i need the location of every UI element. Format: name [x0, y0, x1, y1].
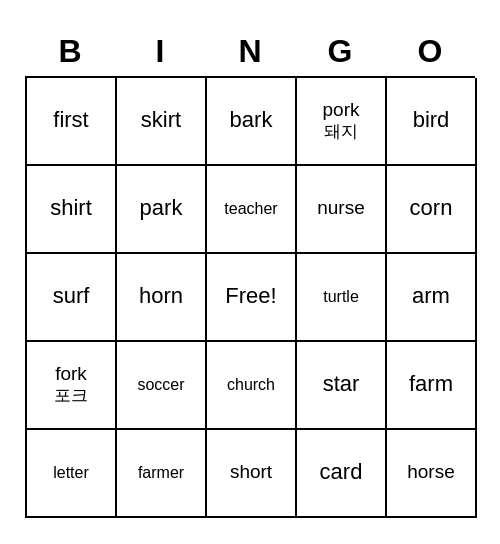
bingo-cell: Free!: [207, 254, 297, 342]
cell-main-text: horse: [407, 461, 455, 484]
bingo-cell: pork돼지: [297, 78, 387, 166]
cell-main-text: skirt: [141, 107, 181, 133]
header-letter: G: [295, 27, 385, 76]
bingo-cell: nurse: [297, 166, 387, 254]
bingo-header: BINGO: [25, 27, 475, 76]
bingo-cell: farmer: [117, 430, 207, 518]
bingo-cell: horse: [387, 430, 477, 518]
cell-main-text: bird: [413, 107, 450, 133]
cell-main-text: letter: [53, 463, 89, 482]
cell-main-text: short: [230, 461, 272, 484]
header-letter: B: [25, 27, 115, 76]
cell-main-text: surf: [53, 283, 90, 309]
bingo-cell: corn: [387, 166, 477, 254]
cell-main-text: horn: [139, 283, 183, 309]
bingo-card: BINGO firstskirtbarkpork돼지birdshirtparkt…: [15, 17, 485, 528]
bingo-cell: turtle: [297, 254, 387, 342]
cell-main-text: church: [227, 375, 275, 394]
bingo-cell: park: [117, 166, 207, 254]
cell-main-text: pork: [323, 99, 360, 122]
cell-main-text: farm: [409, 371, 453, 397]
cell-main-text: farmer: [138, 463, 184, 482]
bingo-cell: horn: [117, 254, 207, 342]
bingo-cell: fork포크: [27, 342, 117, 430]
cell-main-text: fork: [55, 363, 87, 386]
bingo-cell: bark: [207, 78, 297, 166]
cell-main-text: card: [320, 459, 363, 485]
bingo-cell: card: [297, 430, 387, 518]
bingo-cell: short: [207, 430, 297, 518]
bingo-cell: soccer: [117, 342, 207, 430]
cell-main-text: nurse: [317, 197, 365, 220]
header-letter: N: [205, 27, 295, 76]
cell-main-text: corn: [410, 195, 453, 221]
bingo-cell: star: [297, 342, 387, 430]
cell-main-text: park: [140, 195, 183, 221]
cell-main-text: teacher: [224, 199, 277, 218]
header-letter: O: [385, 27, 475, 76]
bingo-cell: arm: [387, 254, 477, 342]
bingo-cell: surf: [27, 254, 117, 342]
cell-main-text: first: [53, 107, 88, 133]
bingo-cell: teacher: [207, 166, 297, 254]
cell-sub-text: 돼지: [324, 122, 358, 142]
bingo-cell: first: [27, 78, 117, 166]
cell-main-text: soccer: [137, 375, 184, 394]
bingo-cell: skirt: [117, 78, 207, 166]
bingo-cell: shirt: [27, 166, 117, 254]
bingo-cell: letter: [27, 430, 117, 518]
cell-main-text: arm: [412, 283, 450, 309]
cell-sub-text: 포크: [54, 386, 88, 406]
cell-main-text: Free!: [225, 283, 276, 309]
bingo-cell: farm: [387, 342, 477, 430]
bingo-grid: firstskirtbarkpork돼지birdshirtparkteacher…: [25, 76, 475, 518]
cell-main-text: shirt: [50, 195, 92, 221]
bingo-cell: bird: [387, 78, 477, 166]
cell-main-text: star: [323, 371, 360, 397]
header-letter: I: [115, 27, 205, 76]
cell-main-text: bark: [230, 107, 273, 133]
cell-main-text: turtle: [323, 287, 359, 306]
bingo-cell: church: [207, 342, 297, 430]
